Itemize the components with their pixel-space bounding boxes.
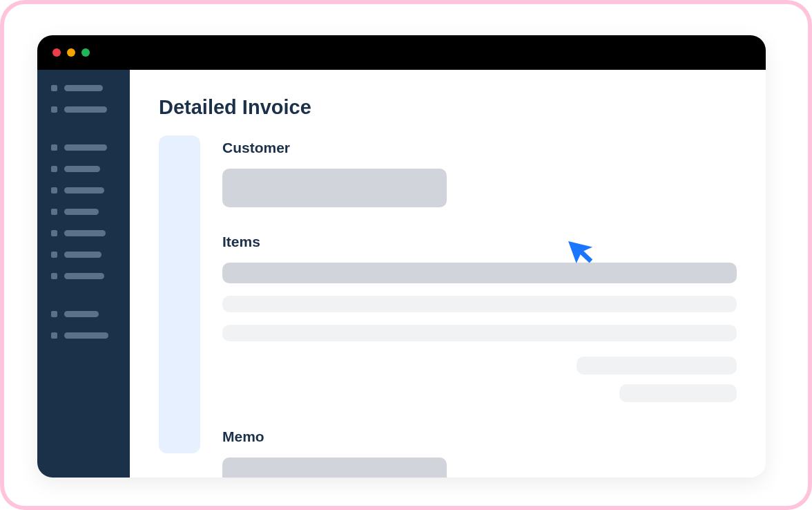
- items-summary: [222, 357, 737, 402]
- customer-input[interactable]: [222, 169, 447, 207]
- nav-icon: [51, 166, 57, 172]
- nav-label-placeholder: [64, 332, 108, 339]
- nav-icon: [51, 273, 57, 279]
- sidebar-item[interactable]: [51, 230, 130, 236]
- content-area: Detailed Invoice Customer: [130, 70, 766, 478]
- form-content: Customer Items: [222, 135, 737, 478]
- customer-section: Customer: [222, 140, 737, 207]
- close-window-button[interactable]: [52, 48, 61, 57]
- cursor-icon: [568, 234, 601, 267]
- sidebar-group-1: [51, 85, 130, 113]
- title-bar: [37, 35, 766, 70]
- summary-row: [619, 384, 737, 402]
- nav-label-placeholder: [64, 166, 100, 172]
- maximize-window-button[interactable]: [81, 48, 90, 57]
- sidebar-item[interactable]: [51, 273, 130, 279]
- sidebar-group-3: [51, 311, 130, 339]
- sidebar-item[interactable]: [51, 311, 130, 317]
- sidebar-group-2: [51, 144, 130, 279]
- sidebar-item[interactable]: [51, 252, 130, 258]
- app-body: Detailed Invoice Customer: [37, 70, 766, 478]
- nav-label-placeholder: [64, 209, 99, 215]
- nav-icon: [51, 144, 57, 151]
- nav-icon: [51, 106, 57, 113]
- customer-label: Customer: [222, 140, 737, 156]
- nav-label-placeholder: [64, 144, 107, 151]
- sidebar-item[interactable]: [51, 85, 130, 91]
- form-area: Customer Items: [159, 135, 737, 478]
- nav-label-placeholder: [64, 230, 106, 236]
- page-title: Detailed Invoice: [159, 96, 737, 119]
- nav-icon: [51, 311, 57, 317]
- nav-label-placeholder: [64, 311, 99, 317]
- sidebar-item[interactable]: [51, 166, 130, 172]
- nav-icon: [51, 187, 57, 193]
- browser-window: Detailed Invoice Customer: [37, 35, 766, 478]
- sidebar-item[interactable]: [51, 209, 130, 215]
- nav-label-placeholder: [64, 252, 102, 258]
- memo-label: Memo: [222, 428, 737, 445]
- sidebar-item[interactable]: [51, 332, 130, 339]
- vertical-tab-panel[interactable]: [159, 135, 200, 453]
- nav-icon: [51, 230, 57, 236]
- sidebar: [37, 70, 130, 478]
- items-table: [222, 263, 737, 341]
- items-label: Items: [222, 234, 737, 250]
- memo-input[interactable]: [222, 457, 447, 478]
- nav-icon: [51, 85, 57, 91]
- item-row[interactable]: [222, 325, 737, 341]
- nav-label-placeholder: [64, 106, 107, 113]
- minimize-window-button[interactable]: [67, 48, 75, 57]
- summary-row: [577, 357, 737, 375]
- nav-label-placeholder: [64, 273, 104, 279]
- nav-label-placeholder: [64, 187, 104, 193]
- nav-icon: [51, 332, 57, 339]
- sidebar-item[interactable]: [51, 187, 130, 193]
- outer-frame: Detailed Invoice Customer: [0, 0, 812, 510]
- nav-icon: [51, 209, 57, 215]
- sidebar-item[interactable]: [51, 144, 130, 151]
- memo-section: Memo: [222, 428, 737, 478]
- nav-label-placeholder: [64, 85, 103, 91]
- nav-icon: [51, 252, 57, 258]
- sidebar-item[interactable]: [51, 106, 130, 113]
- inner-frame: Detailed Invoice Customer: [4, 4, 808, 506]
- item-row[interactable]: [222, 296, 737, 312]
- items-section: Items: [222, 234, 737, 402]
- items-header-row: [222, 263, 737, 283]
